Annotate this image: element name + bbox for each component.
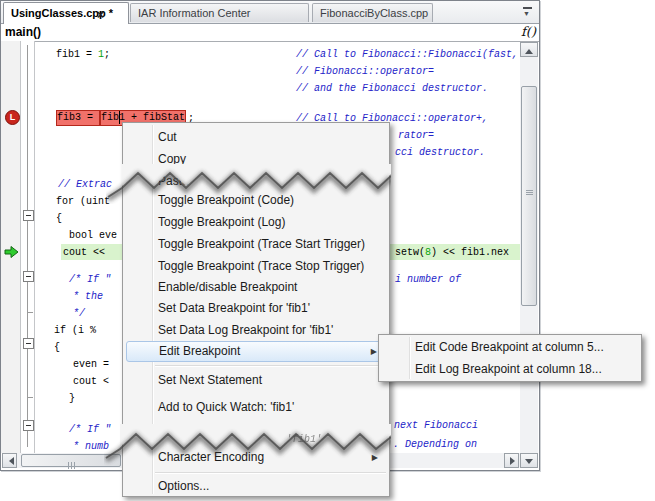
menu-item-set-data-log-breakpoint[interactable]: Set Data Log Breakpoint for 'fib1' (126, 320, 385, 341)
menu-item-copy[interactable]: Copy (126, 149, 385, 170)
tab-list-bar (523, 7, 532, 9)
code-comment: . Depending on (393, 437, 477, 452)
code-comment: * numb (73, 439, 109, 454)
menu-item-toggle-breakpoint-code[interactable]: Toggle Breakpoint (Code) (126, 190, 385, 211)
menu-item-label: Edit Breakpoint (159, 344, 240, 358)
function-selector-icon[interactable]: f() (521, 24, 536, 39)
code-comment: cci destructor. (395, 145, 485, 160)
menu-item-toggle-breakpoint-trace-stop[interactable]: Toggle Breakpoint (Trace Stop Trigger) (126, 256, 385, 277)
code-text: for (uint (56, 194, 110, 209)
fold-end-tick (28, 312, 33, 313)
code-comment: // and the Fibonacci destructor. (296, 81, 488, 96)
arrow-up-icon (525, 45, 533, 54)
code-text: cout << (63, 245, 111, 260)
close-icon[interactable]: × (97, 5, 104, 25)
menu-item-edit-breakpoint[interactable]: Edit Breakpoint ▶ (126, 341, 385, 362)
code-text: ) << fib1.nex (431, 245, 509, 260)
execution-arrow-icon (4, 245, 20, 259)
vertical-scrollbar-thumb[interactable] (521, 86, 537, 306)
menu-item-cut[interactable]: Cut (126, 127, 385, 148)
menu-item-toggle-breakpoint-trace-start[interactable]: Toggle Breakpoint (Trace Start Trigger) (126, 234, 385, 255)
code-text: ; (104, 47, 110, 62)
code-comment: /* If " (69, 422, 111, 437)
scroll-up-button[interactable] (520, 42, 538, 57)
code-comment: // Extrac (58, 177, 112, 192)
menu-item-options[interactable]: Options... (126, 476, 385, 497)
code-text: bool eve (69, 228, 117, 243)
code-text: even = (73, 357, 109, 372)
code-comment: i number of (395, 272, 461, 287)
code-comment: rator= (398, 128, 434, 143)
arrow-right-icon (510, 457, 519, 465)
fold-line (27, 45, 28, 447)
code-text: } (69, 391, 75, 406)
scroll-down-button[interactable] (520, 453, 538, 468)
menu-item-character-encoding[interactable]: Character Encoding ▶ (126, 447, 385, 468)
arrow-down-icon (525, 459, 533, 468)
tab-list-icon[interactable]: ▼ (523, 7, 533, 17)
submenu-arrow-icon: ▶ (371, 342, 377, 361)
menu-separator (155, 472, 386, 474)
code-comment: // Fibonacci::operator= (296, 64, 434, 79)
tab-label: IAR Information Center (138, 7, 251, 19)
code-text: setw( (395, 245, 425, 260)
fold-collapse-icon[interactable] (23, 271, 34, 282)
fold-collapse-icon[interactable] (23, 338, 34, 349)
tab-label: FibonacciByClass.cpp (320, 7, 428, 19)
edit-breakpoint-submenu: Edit Code Breakpoint at column 5... Edit… (378, 334, 642, 382)
menu-item-edit-code-breakpoint[interactable]: Edit Code Breakpoint at column 5... (382, 337, 638, 358)
submenu-arrow-icon: ▶ (372, 447, 378, 468)
code-comment: // Call to Fibonacci::Fibonacci(fast, (296, 47, 518, 62)
scope-label: main() (5, 25, 41, 39)
tab-iar-information-center[interactable]: IAR Information Center (130, 3, 309, 22)
code-text: { (56, 211, 62, 226)
code-text: cout < (73, 374, 109, 389)
code-comment: next Fibonacci (394, 418, 478, 433)
menu-item-label: Character Encoding (158, 450, 264, 464)
menu-item-toggle-breakpoint-log[interactable]: Toggle Breakpoint (Log) (126, 212, 385, 233)
scroll-right-button[interactable] (504, 453, 519, 468)
code-text: { (54, 340, 60, 355)
tab-fibonaccibyclass[interactable]: FibonacciByClass.cpp (312, 3, 433, 22)
code-text: if (i % (54, 323, 96, 338)
chevron-down-icon: ▼ (523, 10, 533, 17)
scroll-left-button[interactable] (2, 453, 17, 468)
horizontal-scrollbar-thumb[interactable] (21, 454, 121, 467)
page: UsingClasses.cpp * × IAR Information Cen… (0, 0, 655, 501)
text-caret (119, 111, 120, 124)
fold-collapse-icon[interactable] (23, 420, 34, 431)
tab-strip: UsingClasses.cpp * × IAR Information Cen… (1, 1, 539, 24)
menu-item-set-data-breakpoint[interactable]: Set Data Breakpoint for 'fib1' (126, 298, 385, 319)
log-breakpoint-icon[interactable]: L (5, 110, 20, 125)
arrow-left-icon (5, 457, 14, 465)
breakpoint-range: fib3 = (56, 110, 100, 126)
menu-separator (155, 365, 386, 367)
menu-item-edit-log-breakpoint[interactable]: Edit Log Breakpoint at column 18... (382, 359, 638, 380)
code-comment: */ (73, 306, 85, 321)
tab-usingclasses[interactable]: UsingClasses.cpp * × (3, 2, 129, 24)
code-comment: * the (73, 289, 103, 304)
fold-margin (21, 41, 35, 453)
menu-item-set-next-statement[interactable]: Set Next Statement (126, 370, 385, 391)
code-text: fib1 = (56, 47, 98, 62)
menu-item-paste[interactable]: Paste (126, 171, 385, 192)
fold-collapse-icon[interactable] (23, 210, 34, 221)
fold-end-tick (28, 397, 33, 398)
menu-item-enable-disable-breakpoint[interactable]: Enable/disable Breakpoint (126, 277, 385, 298)
code-comment: /* If " (69, 272, 111, 287)
editor-context-menu: Cut Copy Paste Toggle Breakpoint (Code) … (122, 122, 390, 497)
function-bar: main() f() (1, 24, 539, 42)
menu-item-add-to-quick-watch[interactable]: Add to Quick Watch: 'fib1' (126, 397, 385, 418)
